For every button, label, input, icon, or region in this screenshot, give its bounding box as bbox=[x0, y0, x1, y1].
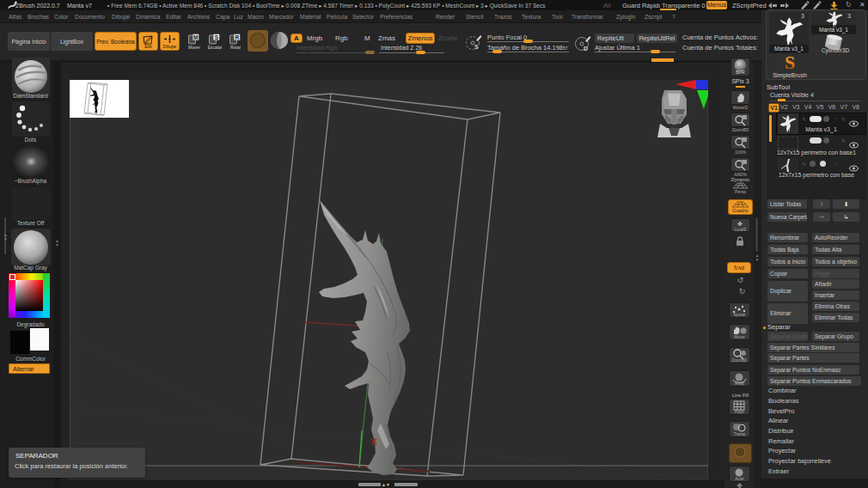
svg-text:R: R bbox=[235, 34, 239, 40]
svg-text:S: S bbox=[785, 54, 795, 72]
svg-text:PolyF: PolyF bbox=[735, 410, 745, 414]
svg-text:LocalS: LocalS bbox=[735, 228, 747, 232]
svg-text:Actar: Actar bbox=[735, 477, 744, 481]
svg-text:S: S bbox=[474, 44, 479, 50]
svg-text:Rotar: Rotar bbox=[230, 45, 241, 50]
svg-text:S: S bbox=[215, 34, 219, 40]
svg-text:BPR: BPR bbox=[736, 70, 745, 75]
svg-text:ZoomBD: ZoomBD bbox=[732, 358, 749, 363]
svg-text:Escalar: Escalar bbox=[208, 45, 223, 50]
svg-text:Transp: Transp bbox=[734, 432, 746, 436]
svg-text:Mover: Mover bbox=[734, 335, 745, 339]
svg-text:Mover: Mover bbox=[188, 45, 200, 50]
svg-text:D: D bbox=[584, 46, 588, 52]
svg-text:Edit: Edit bbox=[144, 44, 152, 49]
svg-text:Rotar: Rotar bbox=[735, 381, 745, 386]
svg-text:M: M bbox=[193, 34, 198, 40]
svg-text:Ajustar: Ajustar bbox=[733, 313, 746, 317]
svg-text:Dibujar: Dibujar bbox=[163, 44, 177, 49]
svg-text:✥: ✥ bbox=[737, 221, 743, 227]
